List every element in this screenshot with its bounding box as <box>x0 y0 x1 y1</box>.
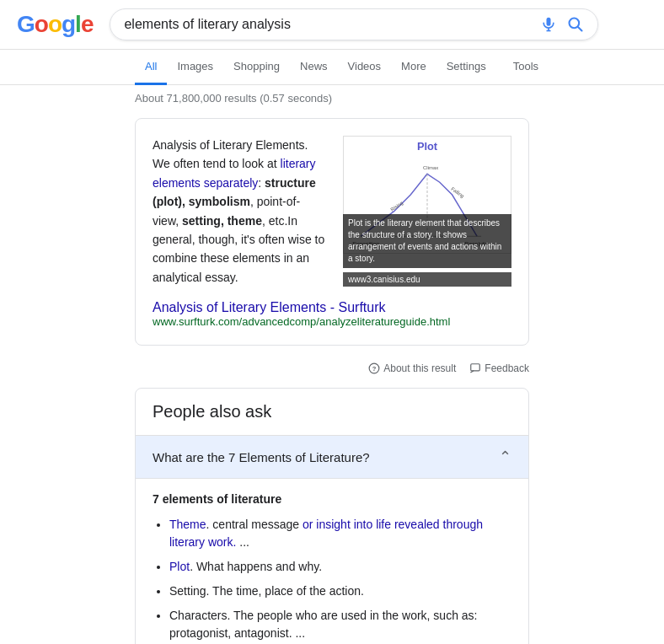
tab-more[interactable]: More <box>391 50 436 85</box>
paa-title: People also ask <box>136 389 528 436</box>
snippet-text: Analysis of Literary Elements. We often … <box>153 136 326 287</box>
header: Google <box>0 0 664 50</box>
list-item: Setting. The time, place of the action. <box>169 582 511 600</box>
google-logo[interactable]: Google <box>17 11 93 38</box>
svg-text:?: ? <box>372 365 377 373</box>
feedback-button[interactable]: Feedback <box>469 362 529 374</box>
search-box <box>110 8 598 40</box>
question-circle-icon: ? <box>368 362 380 374</box>
paa-question[interactable]: What are the 7 Elements of Literature? ⌃ <box>136 436 528 479</box>
about-this-result[interactable]: ? About this result <box>368 362 456 374</box>
main-content: Analysis of Literary Elements. We often … <box>0 111 664 644</box>
result-url: www.surfturk.com/advancedcomp/analyzelit… <box>153 315 511 328</box>
paa-answer: 7 elements of literature Theme. central … <box>136 479 528 644</box>
svg-text:Rising: Rising <box>389 201 404 212</box>
featured-snippet: Analysis of Literary Elements. We often … <box>135 118 529 346</box>
paa-question-text: What are the 7 Elements of Literature? <box>153 450 370 464</box>
plot-link[interactable]: Plot <box>169 560 190 573</box>
nav-tabs: All Images Shopping News Videos More Set… <box>0 50 664 85</box>
snippet-content: Analysis of Literary Elements. We often … <box>153 136 511 287</box>
tab-videos[interactable]: Videos <box>338 50 392 85</box>
tab-images[interactable]: Images <box>167 50 223 85</box>
feedback-icon <box>469 362 481 374</box>
list-item: Theme. central message or insight into l… <box>169 516 511 551</box>
svg-line-4 <box>578 27 582 31</box>
search-icons <box>540 16 584 33</box>
image-source[interactable]: www3.canisius.edu <box>343 272 511 287</box>
snippet-image-box[interactable]: Plot Exposition Rising Climax Falling Re… <box>343 136 511 287</box>
list-item: Characters. The people who are used in t… <box>169 607 511 642</box>
tab-tools[interactable]: Tools <box>503 50 549 85</box>
svg-text:Plot: Plot <box>417 140 438 153</box>
results-count: About 71,800,000 results (0.57 seconds) <box>0 85 664 111</box>
nav-right: Settings Tools <box>436 50 549 84</box>
svg-rect-15 <box>471 364 480 371</box>
insight-link[interactable]: or insight into life revealed through li… <box>169 518 483 549</box>
tab-news[interactable]: News <box>290 50 338 85</box>
svg-rect-0 <box>547 18 551 26</box>
search-input[interactable] <box>124 17 540 32</box>
svg-text:Climax: Climax <box>423 165 438 170</box>
list-item: Plot. What happens and why. <box>169 558 511 576</box>
tab-settings[interactable]: Settings <box>436 50 496 85</box>
paa-answer-list: Theme. central message or insight into l… <box>153 516 511 644</box>
tab-all[interactable]: All <box>135 50 167 85</box>
chevron-up-icon: ⌃ <box>499 448 511 466</box>
result-title-link[interactable]: Analysis of Literary Elements - Surfturk <box>153 300 511 315</box>
people-also-ask-box: People also ask What are the 7 Elements … <box>135 388 529 644</box>
snippet-link-section: Analysis of Literary Elements - Surfturk… <box>153 300 511 328</box>
mic-icon[interactable] <box>540 16 557 33</box>
theme-link-1[interactable]: Theme <box>169 518 206 531</box>
tab-shopping[interactable]: Shopping <box>223 50 290 85</box>
svg-text:Falling: Falling <box>450 186 465 199</box>
paa-answer-title: 7 elements of literature <box>153 492 511 506</box>
about-feedback-row: ? About this result Feedback <box>135 356 529 381</box>
image-caption: Plot is the literary element that descri… <box>343 214 511 268</box>
search-button-icon[interactable] <box>567 16 584 33</box>
